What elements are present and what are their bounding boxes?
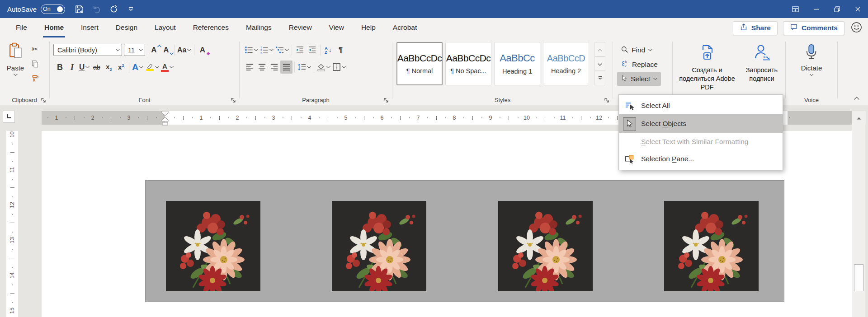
find-button[interactable]: Find: [617, 43, 656, 57]
select-objects-icon: [623, 117, 636, 131]
select-button[interactable]: Select: [617, 72, 661, 86]
decrease-indent-button[interactable]: [294, 43, 306, 56]
style--no-spac-[interactable]: AaBbCcDc¶ No Spac...: [445, 42, 491, 85]
tab-insert[interactable]: Insert: [72, 18, 107, 38]
text-highlight-button[interactable]: [144, 61, 160, 74]
borders-button[interactable]: [331, 61, 347, 74]
cut-button[interactable]: ✂: [28, 43, 42, 55]
underline-button[interactable]: U: [78, 61, 90, 74]
grow-font-button[interactable]: A: [148, 43, 160, 56]
share-label: Share: [751, 24, 771, 32]
tab-file[interactable]: File: [7, 18, 36, 38]
format-painter-button[interactable]: [28, 72, 42, 84]
tab-layout[interactable]: Layout: [146, 18, 184, 38]
align-right-button[interactable]: [268, 61, 280, 74]
restore-button[interactable]: [826, 0, 847, 18]
create-share-adobe-pdf-button[interactable]: Создать и поделиться Adobe PDF: [674, 43, 740, 92]
close-button[interactable]: [847, 0, 868, 18]
align-right-icon: [270, 63, 278, 71]
tab-review[interactable]: Review: [280, 18, 321, 38]
autosave-control[interactable]: AutoSave On: [7, 5, 65, 14]
shrink-font-button[interactable]: A: [160, 43, 172, 56]
selected-image-band[interactable]: [145, 180, 784, 302]
font-color-button[interactable]: A: [160, 61, 175, 74]
tab-help[interactable]: Help: [353, 18, 384, 38]
text-effects-button[interactable]: A: [131, 61, 144, 74]
strikethrough-button[interactable]: ab: [90, 61, 103, 74]
scrollbar-thumb[interactable]: [854, 264, 863, 291]
ruler-tick: [536, 117, 537, 118]
bullets-button[interactable]: [244, 43, 259, 56]
menu-item-selection-pane[interactable]: Selection Pane...: [619, 150, 783, 168]
style--normal[interactable]: AaBbCcDc¶ Normal: [396, 42, 443, 85]
flower-bouquet-image[interactable]: [166, 201, 260, 291]
numbering-button[interactable]: 123: [259, 43, 274, 56]
flower-bouquet-image[interactable]: [498, 201, 593, 291]
ribbon-display-options-button[interactable]: [785, 0, 806, 18]
ruler-number: 14: [9, 272, 16, 279]
flower-bouquet-image[interactable]: [332, 201, 426, 291]
font-dialog-launcher-icon[interactable]: [231, 97, 236, 103]
signature-person-icon: x: [752, 43, 771, 63]
shading-button[interactable]: [316, 61, 331, 74]
sort-button[interactable]: A↓Z: [322, 43, 335, 56]
save-button[interactable]: [72, 2, 86, 16]
tab-view[interactable]: View: [321, 18, 353, 38]
collapse-ribbon-button[interactable]: [852, 94, 862, 101]
line-spacing-button[interactable]: [297, 61, 312, 74]
scroll-up-button[interactable]: [852, 111, 866, 124]
indent-markers[interactable]: [161, 111, 169, 126]
superscript-button[interactable]: x2: [115, 61, 127, 74]
subscript-button[interactable]: x2: [103, 61, 115, 74]
comments-button[interactable]: Comments: [783, 21, 844, 35]
tab-references[interactable]: References: [184, 18, 237, 38]
styles-scroll-down-button[interactable]: [594, 56, 605, 71]
vertical-scrollbar[interactable]: [852, 111, 865, 317]
multilevel-list-button[interactable]: [274, 43, 290, 56]
justify-button[interactable]: [280, 61, 292, 74]
align-left-button[interactable]: [244, 61, 256, 74]
bold-button[interactable]: B: [54, 61, 66, 74]
menu-item-select-objects[interactable]: Select Objects: [619, 114, 783, 133]
undo-button[interactable]: [90, 2, 103, 16]
copy-button[interactable]: [28, 58, 42, 70]
style-heading-2[interactable]: AaBbCcDHeading 2: [543, 42, 589, 85]
comment-icon: [790, 23, 798, 33]
clipboard-dialog-launcher-icon[interactable]: [41, 97, 47, 103]
customize-qat-button[interactable]: [124, 2, 137, 16]
increase-indent-button[interactable]: [306, 43, 318, 56]
chevron-down-icon: [307, 66, 311, 69]
tab-design[interactable]: Design: [107, 18, 146, 38]
italic-button[interactable]: I: [66, 61, 78, 74]
feedback-button[interactable]: [850, 22, 863, 34]
style-heading-1[interactable]: AaBbCcHeading 1: [494, 42, 540, 85]
font-group: Calibri (Body) 11 AAAaA◆ BIUabx2x2AA Fon…: [50, 38, 239, 105]
redo-button[interactable]: [107, 2, 120, 16]
font-name-combo[interactable]: Calibri (Body): [53, 44, 122, 56]
font-size-combo[interactable]: 11: [124, 44, 145, 56]
tab-mailings[interactable]: Mailings: [237, 18, 280, 38]
align-center-button[interactable]: [256, 61, 268, 74]
menu-item-icon-spacer: [622, 135, 637, 149]
paragraph-dialog-launcher-icon[interactable]: [383, 97, 389, 103]
styles-scroll-up-button[interactable]: [594, 42, 605, 56]
dictate-button[interactable]: Dictate: [801, 43, 822, 76]
show-formatting-marks-button[interactable]: ¶: [335, 43, 347, 56]
tab-home[interactable]: Home: [36, 18, 72, 38]
paragraph-group-label: Paragraph: [240, 97, 392, 103]
tab-stop-selector[interactable]: [3, 111, 15, 123]
styles-gallery-more-button[interactable]: [594, 71, 605, 85]
replace-button[interactable]: bc Replace: [617, 58, 661, 71]
styles-dialog-launcher-icon[interactable]: [604, 97, 610, 103]
clear-formatting-button[interactable]: A◆: [196, 43, 208, 56]
flower-bouquet-image[interactable]: [664, 201, 759, 291]
request-signatures-button[interactable]: x Запросить подписи: [741, 43, 783, 83]
menu-item-select-all[interactable]: Select All: [619, 97, 783, 114]
vertical-ruler[interactable]: 101112131415: [6, 131, 18, 317]
change-case-button[interactable]: Aa: [176, 43, 192, 56]
autosave-toggle[interactable]: On: [41, 5, 65, 14]
paste-button[interactable]: Paste: [4, 42, 27, 93]
minimize-button[interactable]: [806, 0, 826, 18]
tab-acrobat[interactable]: Acrobat: [384, 18, 425, 38]
share-button[interactable]: Share: [733, 21, 778, 35]
